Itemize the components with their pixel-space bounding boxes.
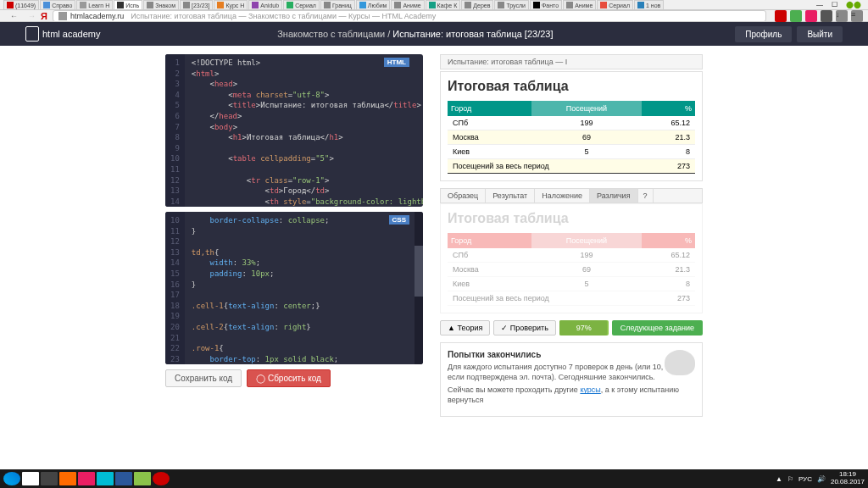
tab-diff[interactable]: Различия [590, 189, 638, 202]
yandex-icon[interactable]: Я [41, 11, 47, 21]
profile-button[interactable]: Профиль [735, 26, 792, 42]
browser-tab[interactable]: Сериал [283, 0, 320, 9]
progress-bar: 97% [559, 320, 609, 336]
browser-tab[interactable]: Дерев [461, 0, 493, 9]
bottom-bar: ▲ Теория ✓ Проверить 97% Следующее задан… [440, 320, 703, 336]
info-text: Сейчас вы можете проходить другие курсы,… [448, 385, 695, 405]
theory-button[interactable]: ▲ Теория [440, 320, 490, 336]
reset-code-button[interactable]: ◯ Сбросить код [247, 369, 331, 387]
extension-icon[interactable] [805, 10, 817, 22]
browser-tab[interactable]: Anidub [248, 0, 282, 9]
css-editor[interactable]: CSS 101112131415161718192021222324252627… [165, 212, 423, 364]
browser-tab[interactable]: Знаком [143, 0, 179, 9]
tab-overlay[interactable]: Наложение [535, 189, 590, 202]
browser-tab-strip: (11649) Справо Learn H Испь Знаком [23/2… [0, 0, 868, 10]
extension-icon[interactable] [821, 10, 832, 22]
url-host: htmlacademy.ru [70, 12, 124, 20]
site-header: html academy Знакомство с таблицами / Ис… [0, 22, 868, 46]
browser-tab[interactable]: Сериал [597, 0, 633, 9]
table-row: СПб19965.12 [448, 116, 695, 130]
code-html[interactable]: <!DOCTYPE html> <html> <head> <meta char… [185, 54, 423, 207]
css-badge: CSS [389, 215, 409, 225]
browser-tab[interactable]: Кафе К [426, 0, 461, 9]
extension-icon[interactable] [775, 10, 787, 22]
preview-title: Итоговая таблица [448, 79, 695, 94]
browser-tab[interactable]: Фанто [530, 0, 562, 9]
forward-icon[interactable]: → [23, 12, 41, 20]
url-page-title: Испытание: итоговая таблица — Знакомство… [131, 12, 436, 20]
code-css[interactable]: border-collapse: collapse; } td,th{ widt… [185, 212, 415, 364]
browser-tab[interactable]: 1 нов [634, 0, 664, 9]
tab-result[interactable]: Результат [486, 189, 535, 202]
browser-tab[interactable]: (11649) [3, 0, 39, 9]
shield-icon [25, 26, 39, 42]
result-tabs: Образец Результат Наложение Различия ? [440, 188, 703, 203]
address-bar: ← → Я htmlacademy.ru Испытание: итоговая… [0, 10, 868, 22]
html-badge: HTML [384, 58, 409, 67]
info-panel: Попытки закончились Для каждого испытани… [440, 342, 703, 417]
table-row: Киев58 [448, 145, 695, 159]
line-numbers: 1234567891011121314151617 [165, 54, 185, 207]
next-task-button[interactable]: Следующее задание [612, 320, 703, 336]
preview-panel: Итоговая таблица ГородПосещений% СПб1996… [440, 71, 703, 181]
back-icon[interactable]: ← [5, 12, 23, 20]
tab-sample[interactable]: Образец [441, 189, 486, 202]
close-icon[interactable]: ⬤⬤ [843, 1, 865, 8]
check-button[interactable]: ✓ Проверить [493, 320, 556, 336]
breadcrumb-section[interactable]: Знакомство с таблицами [277, 29, 385, 39]
table-row: Москва6921.3 [448, 130, 695, 145]
tab-help[interactable]: ? [638, 189, 654, 202]
info-text: Для каждого испытания доступно 7 проверо… [448, 363, 695, 382]
html-editor[interactable]: HTML 1234567891011121314151617 <!DOCTYPE… [165, 54, 423, 207]
browser-tab[interactable]: Границ [320, 0, 355, 9]
browser-tab[interactable]: Справо [40, 0, 75, 9]
breadcrumb-current: Испытание: итоговая таблица [23/23] [392, 29, 553, 39]
browser-tab[interactable]: [23/23] [180, 0, 213, 9]
minimize-icon[interactable]: — [813, 1, 826, 8]
logout-button[interactable]: Выйти [797, 26, 843, 42]
browser-tab[interactable]: Аниме [391, 0, 424, 9]
breadcrumb: Знакомство с таблицами / Испытание: итог… [100, 29, 730, 39]
line-numbers: 10111213141516171819202122232425262728 [165, 212, 185, 364]
preview-tab[interactable]: Испытание: итоговая таблица — I [440, 54, 703, 69]
cat-icon [665, 350, 695, 375]
browser-tab[interactable]: Трусли [494, 0, 529, 9]
browser-tab[interactable]: Любим [356, 0, 391, 9]
maximize-icon[interactable]: ☐ [828, 1, 841, 8]
browser-tab[interactable]: Learn H [76, 0, 113, 9]
browser-tab[interactable]: Аниме [563, 0, 596, 9]
scrollbar[interactable] [415, 212, 423, 364]
table-row: Посещений за весь период273 [448, 159, 695, 174]
downloads-icon[interactable]: ↓ [836, 10, 848, 22]
courses-link[interactable]: курсы [580, 385, 600, 394]
extension-icon[interactable] [790, 10, 802, 22]
menu-icon[interactable]: ≡ [851, 10, 863, 22]
info-title: Попытки закончились [448, 350, 695, 359]
diff-panel: Итоговая таблица ГородПосещений% СПб1996… [440, 203, 703, 313]
logo[interactable]: html academy [25, 26, 100, 42]
lock-icon [58, 12, 67, 20]
result-table: ГородПосещений% СПб19965.12 Москва6921.3… [448, 101, 695, 174]
url-input[interactable]: htmlacademy.ru Испытание: итоговая табли… [53, 10, 766, 22]
browser-tab-active[interactable]: Испь [114, 0, 142, 9]
browser-tab[interactable]: Курс H [214, 0, 248, 9]
save-code-button[interactable]: Сохранить код [165, 369, 242, 387]
